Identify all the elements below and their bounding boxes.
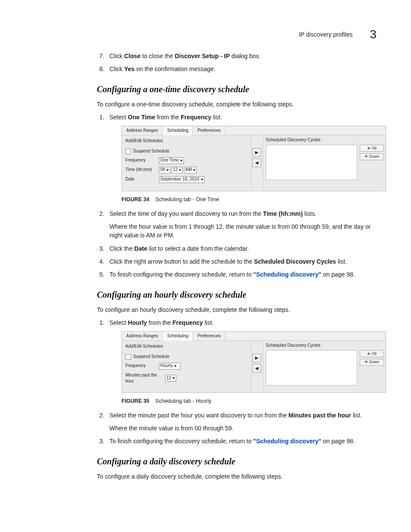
triangle-down-icon xyxy=(364,361,368,363)
frequency-label: Frequency xyxy=(125,363,159,369)
header-title: IP discovery profiles xyxy=(299,30,352,39)
tab-preferences[interactable]: Preferences xyxy=(193,126,225,135)
section1-step1: Select One Time from the Frequency list.… xyxy=(106,113,372,203)
chevron-down-icon xyxy=(180,160,183,162)
figure34-panel: Address Ranges Scheduling Preferences Ad… xyxy=(121,126,386,191)
section2-title: Configuring an hourly discovery schedule xyxy=(97,289,372,301)
section1-step2: Select the time of day you want discover… xyxy=(106,209,372,240)
scheduled-cycles-list[interactable] xyxy=(266,350,357,386)
remove-left-button[interactable]: ◀ xyxy=(252,364,261,373)
step-7: Click Close to close the Discover Setup … xyxy=(106,52,372,60)
scheduled-cycles-list[interactable] xyxy=(266,145,357,180)
time-ampm-select[interactable]: AM xyxy=(184,167,197,174)
section2-step1: Select Hourly from the Frequency list. A… xyxy=(106,318,372,405)
frequency-select[interactable]: Hourly xyxy=(159,363,181,370)
page-header: IP discovery profiles 3 xyxy=(299,26,377,44)
down-button[interactable]: Down xyxy=(360,153,384,160)
tabs-row: Address Ranges Scheduling Preferences xyxy=(122,332,386,341)
section1-step5: To finish configuring the discovery sche… xyxy=(106,270,372,279)
add-edit-schedules-label: Add/Edit Schedules xyxy=(125,138,248,144)
suspend-label: Suspend Schedule xyxy=(133,354,169,360)
add-edit-schedules-label: Add/Edit Schedules xyxy=(125,343,248,350)
section2-steps: Select Hourly from the Frequency list. A… xyxy=(97,318,372,446)
section2-step3: To finish configuring the discovery sche… xyxy=(106,437,372,445)
section2-intro: To configure an hourly discovery schedul… xyxy=(97,305,372,314)
triangle-down-icon xyxy=(364,156,368,158)
step-8: Click Yes on the confirmation message. xyxy=(106,65,372,73)
chevron-down-icon xyxy=(201,179,203,180)
chevron-down-icon xyxy=(174,365,177,367)
up-button[interactable]: Up xyxy=(360,145,384,152)
opening-steps: Click Close to close the Discover Setup … xyxy=(97,52,372,74)
tabs-row: Address Ranges Scheduling Preferences xyxy=(122,126,386,135)
figure34-caption: FIGURE 34Scheduling tab - One Time xyxy=(121,196,372,203)
date-label: Date xyxy=(125,176,159,183)
figure35-panel: Address Ranges Scheduling Preferences Ad… xyxy=(121,331,386,393)
chevron-down-icon xyxy=(179,169,181,171)
scheduled-cycles-label: Scheduled Discovery Cycles xyxy=(266,137,357,143)
chevron-down-icon xyxy=(193,169,196,171)
figure35-caption: FIGURE 35Scheduling tab - Hourly xyxy=(121,397,372,405)
minutes-select[interactable]: 12 xyxy=(165,375,176,382)
scheduled-cycles-label: Scheduled Discovery Cycles xyxy=(266,342,357,349)
remove-left-button[interactable]: ◀ xyxy=(252,159,261,167)
triangle-up-icon xyxy=(367,352,371,355)
down-button[interactable]: Down xyxy=(360,359,384,366)
time-minute-select[interactable]: 12 xyxy=(171,167,183,174)
add-right-button[interactable]: ▶ xyxy=(252,354,261,362)
section3-title: Configuring a daily discovery schedule xyxy=(97,455,372,468)
suspend-checkbox[interactable] xyxy=(125,354,131,360)
section1-steps: Select One Time from the Frequency list.… xyxy=(97,113,372,279)
chevron-down-icon xyxy=(172,377,175,379)
time-label: Time (hh:mm) xyxy=(125,167,159,173)
date-select[interactable]: September 16, 2010 xyxy=(159,176,205,183)
triangle-up-icon xyxy=(367,147,371,149)
section3-intro: To configure a daily discovery schedule,… xyxy=(97,472,372,481)
frequency-select[interactable]: One Time xyxy=(159,157,184,164)
add-right-button[interactable]: ▶ xyxy=(252,148,261,157)
chapter-number: 3 xyxy=(370,26,377,44)
tab-scheduling[interactable]: Scheduling xyxy=(163,332,193,341)
suspend-checkbox[interactable] xyxy=(125,149,131,154)
tab-preferences[interactable]: Preferences xyxy=(193,332,225,340)
tab-scheduling[interactable]: Scheduling xyxy=(163,126,193,135)
scheduling-discovery-link[interactable]: "Scheduling discovery" xyxy=(253,438,321,445)
section1-step3: Click the Date list to select a date fro… xyxy=(106,244,372,253)
minutes-label: Minutes past the hour xyxy=(125,372,165,385)
section1-step4: Click the right arrow button to add the … xyxy=(106,257,372,266)
section2-step2: Select the minute past the hour you want… xyxy=(106,411,372,433)
time-hour-select[interactable]: 09 xyxy=(159,167,170,174)
frequency-label: Frequency xyxy=(125,157,159,164)
tab-address-ranges[interactable]: Address Ranges xyxy=(122,126,163,135)
section1-title: Configuring a one-time discovery schedul… xyxy=(97,83,372,96)
section1-intro: To configure a one-time discovery schedu… xyxy=(97,100,372,109)
up-button[interactable]: Up xyxy=(360,350,384,357)
chevron-down-icon xyxy=(166,169,169,171)
scheduling-discovery-link[interactable]: "Scheduling discovery" xyxy=(253,271,321,278)
suspend-label: Suspend Schedule xyxy=(133,148,169,155)
tab-address-ranges[interactable]: Address Ranges xyxy=(122,332,163,340)
